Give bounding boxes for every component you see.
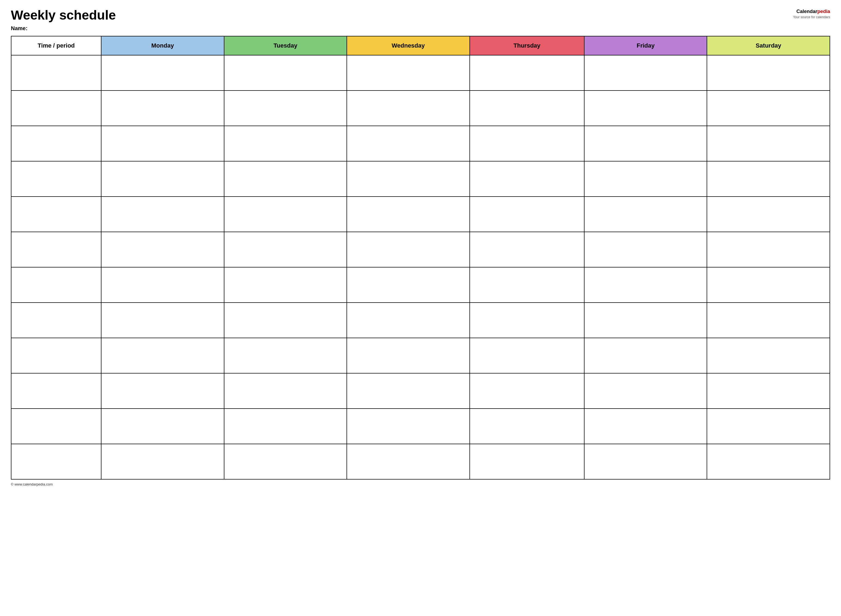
schedule-cell[interactable] [347,373,470,409]
schedule-cell[interactable] [584,232,707,267]
schedule-cell[interactable] [101,126,224,161]
schedule-cell[interactable] [707,232,830,267]
schedule-cell[interactable] [224,338,347,373]
name-label: Name: [11,25,116,32]
schedule-cell[interactable] [101,161,224,197]
schedule-cell[interactable] [101,232,224,267]
schedule-cell[interactable] [584,126,707,161]
schedule-cell[interactable] [470,197,584,232]
schedule-cell[interactable] [101,338,224,373]
logo-section: Calendarpedia Your source for calendars [793,8,830,19]
schedule-cell[interactable] [707,55,830,91]
table-row [11,55,830,91]
table-row [11,232,830,267]
schedule-cell[interactable] [347,91,470,126]
schedule-cell[interactable] [224,91,347,126]
schedule-cell[interactable] [224,126,347,161]
schedule-cell[interactable] [707,338,830,373]
weekly-schedule-table: Time / period Monday Tuesday Wednesday T… [11,36,830,480]
schedule-cell[interactable] [347,197,470,232]
schedule-cell[interactable] [224,302,347,338]
schedule-cell[interactable] [584,267,707,302]
schedule-cell[interactable] [470,55,584,91]
schedule-cell[interactable] [470,126,584,161]
time-cell[interactable] [11,302,101,338]
time-cell[interactable] [11,197,101,232]
schedule-cell[interactable] [584,444,707,479]
time-cell[interactable] [11,373,101,409]
time-cell[interactable] [11,55,101,91]
schedule-cell[interactable] [224,55,347,91]
logo-pedia: pedia [817,9,830,14]
schedule-cell[interactable] [224,409,347,444]
schedule-cell[interactable] [347,267,470,302]
schedule-cell[interactable] [101,302,224,338]
schedule-cell[interactable] [584,373,707,409]
schedule-cell[interactable] [707,126,830,161]
schedule-cell[interactable] [584,197,707,232]
schedule-cell[interactable] [584,409,707,444]
table-row [11,373,830,409]
schedule-cell[interactable] [101,373,224,409]
schedule-cell[interactable] [347,302,470,338]
schedule-cell[interactable] [101,55,224,91]
footer: © www.calendarpedia.com [11,482,830,486]
schedule-cell[interactable] [224,267,347,302]
schedule-cell[interactable] [470,91,584,126]
time-cell[interactable] [11,338,101,373]
time-cell[interactable] [11,409,101,444]
time-cell[interactable] [11,91,101,126]
schedule-cell[interactable] [470,232,584,267]
page-header: Weekly schedule Name: Calendarpedia Your… [11,8,830,32]
table-row [11,161,830,197]
schedule-cell[interactable] [347,55,470,91]
schedule-cell[interactable] [584,55,707,91]
schedule-cell[interactable] [347,232,470,267]
schedule-cell[interactable] [101,267,224,302]
table-header-row: Time / period Monday Tuesday Wednesday T… [11,36,830,55]
logo-tagline: Your source for calendars [793,15,830,19]
schedule-cell[interactable] [707,197,830,232]
schedule-cell[interactable] [707,267,830,302]
schedule-cell[interactable] [470,161,584,197]
header-time: Time / period [11,36,101,55]
schedule-cell[interactable] [470,444,584,479]
schedule-cell[interactable] [347,409,470,444]
schedule-cell[interactable] [101,409,224,444]
schedule-cell[interactable] [584,302,707,338]
schedule-cell[interactable] [224,232,347,267]
schedule-cell[interactable] [470,373,584,409]
schedule-cell[interactable] [101,444,224,479]
schedule-cell[interactable] [707,91,830,126]
header-saturday: Saturday [707,36,830,55]
schedule-cell[interactable] [707,373,830,409]
time-cell[interactable] [11,267,101,302]
schedule-cell[interactable] [707,302,830,338]
schedule-cell[interactable] [347,161,470,197]
table-row [11,302,830,338]
time-cell[interactable] [11,161,101,197]
schedule-cell[interactable] [347,338,470,373]
time-cell[interactable] [11,232,101,267]
schedule-cell[interactable] [707,444,830,479]
schedule-cell[interactable] [584,161,707,197]
schedule-cell[interactable] [707,409,830,444]
schedule-cell[interactable] [101,91,224,126]
time-cell[interactable] [11,126,101,161]
schedule-cell[interactable] [470,267,584,302]
schedule-cell[interactable] [707,161,830,197]
schedule-cell[interactable] [347,444,470,479]
schedule-cell[interactable] [224,444,347,479]
time-cell[interactable] [11,444,101,479]
schedule-cell[interactable] [224,373,347,409]
schedule-cell[interactable] [101,197,224,232]
schedule-cell[interactable] [470,409,584,444]
schedule-cell[interactable] [584,91,707,126]
schedule-cell[interactable] [347,126,470,161]
schedule-cell[interactable] [470,302,584,338]
schedule-cell[interactable] [470,338,584,373]
table-row [11,444,830,479]
schedule-cell[interactable] [584,338,707,373]
schedule-cell[interactable] [224,161,347,197]
schedule-cell[interactable] [224,197,347,232]
